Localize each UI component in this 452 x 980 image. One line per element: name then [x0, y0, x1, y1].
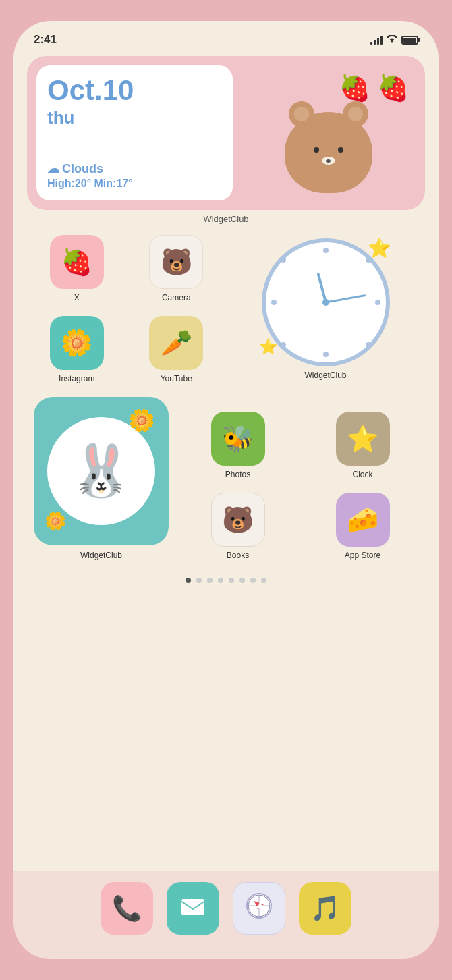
app-clock[interactable]: ⭐ Clock	[300, 405, 425, 486]
music-icon: 🎵	[310, 894, 341, 923]
signal-icon	[370, 35, 383, 45]
app-youtube-label: YouTube	[161, 374, 192, 383]
clock-star-icon: ⭐	[347, 424, 378, 454]
youtube-carrot-icon: 🥕	[161, 328, 192, 358]
flower-top-right: 🌼	[128, 408, 155, 433]
app-books[interactable]: 🐻 Books	[175, 486, 300, 567]
instagram-flower-icon: 🌼	[61, 328, 92, 358]
dot-5	[229, 578, 234, 583]
dock-music[interactable]: 🎵	[299, 882, 351, 935]
dot-7	[250, 578, 256, 583]
app-photos[interactable]: 🐝 Photos	[175, 405, 300, 486]
dot-2	[196, 578, 202, 583]
bunny-widget: 🐰 🌼 🌼	[34, 397, 169, 545]
widget-weather: ☁ Clouds High:20° Min:17°	[47, 161, 222, 190]
app-x[interactable]: 🍓 X	[27, 228, 127, 309]
safari-icon	[246, 892, 273, 925]
widget-day: thu	[47, 107, 222, 128]
phone-screen: 2:41	[13, 21, 439, 959]
bunny-widget-col[interactable]: 🐰 🌼 🌼 WidgetClub	[27, 390, 175, 567]
strawberry-icon-2: 🍓	[377, 73, 409, 103]
weather-desc: Clouds	[62, 162, 103, 176]
clock-star-1: ⭐	[368, 237, 391, 259]
dock: 📞	[13, 871, 439, 959]
dot-1	[186, 578, 191, 583]
app-camera-label: Camera	[162, 293, 191, 302]
cloud-icon: ☁	[47, 161, 59, 176]
battery-icon	[401, 36, 418, 45]
app-clock-label: Clock	[352, 470, 372, 479]
clock-widget-label: WidgetClub	[304, 371, 346, 380]
app-youtube[interactable]: 🥕 YouTube	[127, 309, 227, 390]
app-appstore-label: App Store	[345, 551, 380, 560]
dot-4	[218, 578, 223, 583]
app-camera[interactable]: 🐻 Camera	[127, 228, 227, 309]
app-instagram[interactable]: 🌼 Instagram	[27, 309, 127, 390]
phone-icon: 📞	[112, 894, 142, 923]
widget-date: Oct.10	[47, 76, 222, 105]
weather-widget[interactable]: Oct.10 thu ☁ Clouds High:20° Min:17°	[36, 65, 233, 200]
widget-area: Oct.10 thu ☁ Clouds High:20° Min:17° 🍓	[27, 56, 425, 210]
appstore-cheese-icon: 🧀	[347, 505, 378, 535]
status-icons	[370, 34, 418, 45]
status-time: 2:41	[34, 33, 57, 47]
flower-bottom-left: 🌼	[45, 511, 66, 532]
dot-3	[207, 578, 213, 583]
dot-6	[239, 578, 245, 583]
widget-label-1: WidgetClub	[27, 214, 425, 224]
wifi-icon	[387, 34, 397, 45]
app-books-label: Books	[227, 551, 249, 560]
dock-phone[interactable]: 📞	[101, 882, 153, 935]
mail-icon	[180, 894, 206, 923]
bunny-icon: 🐰	[69, 441, 133, 501]
page-dots	[27, 570, 425, 591]
strawberry-icon-1: 🍓	[339, 73, 370, 103]
books-bear-icon: 🐻	[222, 505, 254, 535]
app-photos-label: Photos	[225, 470, 250, 479]
strawberry-app-icon: 🍓	[61, 247, 92, 277]
dock-mail[interactable]	[167, 882, 219, 935]
bunny-widget-label: WidgetClub	[80, 551, 122, 560]
clock-widget-area[interactable]: ⭐ ⭐ WidgetClub	[226, 228, 425, 390]
app-instagram-label: Instagram	[59, 374, 94, 383]
camera-bear-icon: 🐻	[161, 247, 192, 277]
status-bar: 2:41	[13, 21, 439, 51]
app-appstore[interactable]: 🧀 App Store	[300, 486, 425, 567]
clock-star-2: ⭐	[259, 338, 277, 356]
bear-face	[285, 112, 372, 193]
dock-safari[interactable]	[233, 882, 285, 935]
svg-rect-0	[181, 898, 205, 916]
photos-bee-icon: 🐝	[222, 424, 254, 454]
app-x-label: X	[74, 293, 80, 302]
dot-8	[261, 578, 266, 583]
weather-temp: High:20° Min:17°	[47, 178, 222, 190]
bear-widget[interactable]: 🍓 🍓	[241, 65, 416, 200]
